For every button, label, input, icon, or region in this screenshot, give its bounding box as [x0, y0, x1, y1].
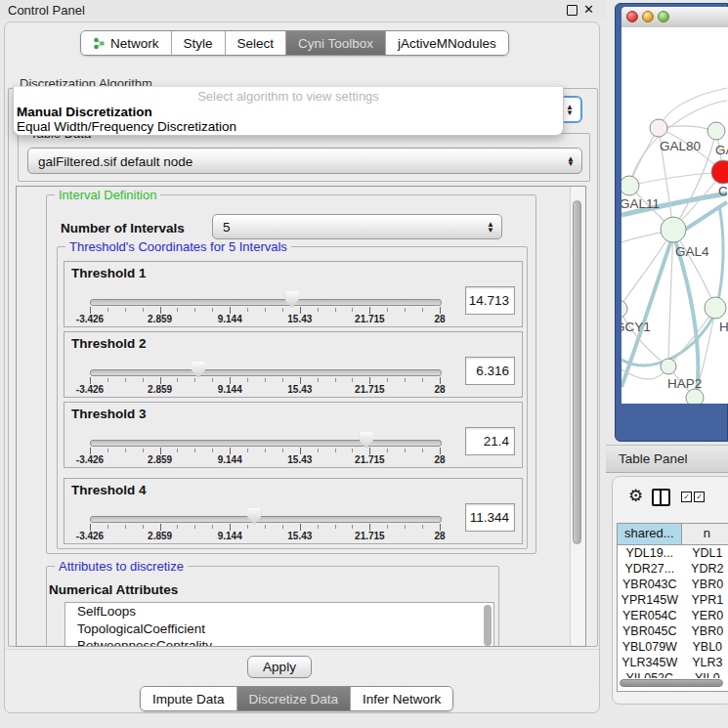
slider-tick-label: -3.426 — [76, 454, 104, 465]
gear-icon[interactable]: ⚙ — [628, 488, 643, 504]
cell-name[interactable]: YLR3 — [682, 655, 728, 670]
slider-major-tick — [440, 377, 441, 384]
split-columns-icon[interactable] — [652, 489, 670, 506]
attribute-list-item[interactable]: TopologicalCoefficient — [65, 621, 493, 638]
network-node[interactable] — [661, 359, 676, 374]
slider-major-tick — [160, 377, 161, 384]
slider-tick-label: 21.715 — [355, 384, 385, 395]
cell-shared-name[interactable]: YER054C — [618, 608, 682, 623]
table-row[interactable]: YER054C YER0 — [618, 608, 728, 623]
attribute-list-item[interactable]: BetweennessCentrality — [65, 637, 493, 647]
slider-major-tick — [369, 448, 370, 454]
table-horizontal-scrollbar-thumb[interactable] — [620, 679, 723, 687]
tab-cyni-toolbox[interactable]: Cyni Toolbox — [286, 31, 386, 55]
network-node[interactable] — [686, 389, 704, 404]
table-row[interactable]: YBR045C YBR0 — [618, 623, 728, 639]
screen: Control Panel ✕ Network Style Select Cyn… — [0, 0, 728, 728]
cell-name[interactable]: YBR0 — [682, 577, 728, 592]
threshold-value-field[interactable]: 14.713 — [465, 286, 515, 315]
node-table: shared... n YDL19... YDL1YDR27... YDR2YB… — [617, 523, 728, 692]
float-window-icon[interactable] — [567, 5, 578, 16]
network-canvas[interactable]: GAL80GACGAL11GAL4GCY1HHAP2 — [621, 27, 728, 404]
threshold-value-field[interactable]: 6.316 — [465, 357, 515, 385]
threshold-slider-track[interactable] — [90, 369, 442, 376]
table-row[interactable]: YIL052C YIL0 — [618, 670, 728, 678]
network-node-label: H — [719, 320, 728, 334]
threshold-panel: Threshold 3 -3.426 2.859 9.144 15.43 21.… — [64, 402, 523, 468]
apply-button[interactable]: Apply — [247, 656, 312, 678]
network-node[interactable] — [707, 122, 725, 140]
network-node[interactable] — [705, 297, 726, 319]
column-header-name[interactable]: n — [682, 524, 728, 544]
table-row[interactable]: YBR043C YBR0 — [618, 577, 728, 592]
cell-name[interactable]: YER0 — [682, 608, 728, 623]
cell-name[interactable]: YPR1 — [682, 592, 728, 608]
threshold-label: Threshold 2 — [71, 336, 147, 351]
table-data-group: Table Data galFiltered.sif default node … — [18, 133, 590, 182]
table-row[interactable]: YDR27... YDR2 — [618, 561, 728, 577]
cell-shared-name[interactable]: YDR27... — [618, 561, 682, 577]
tab-jactivemnodules[interactable]: jActiveMNodules — [386, 31, 508, 55]
slider-tick-label: 21.715 — [355, 531, 385, 541]
tab-network[interactable]: Network — [81, 31, 172, 55]
network-window-titlebar[interactable] — [621, 7, 728, 28]
threshold-slider-track[interactable] — [90, 516, 442, 523]
network-node[interactable] — [621, 300, 627, 318]
scrollpane-scrollbar-thumb[interactable] — [573, 200, 581, 544]
checkbox-icon[interactable]: ✓ — [681, 492, 692, 502]
cell-shared-name[interactable]: YBR043C — [618, 577, 682, 592]
close-icon[interactable]: ✕ — [583, 2, 594, 17]
cell-shared-name[interactable]: YBR045C — [618, 623, 682, 639]
cell-name[interactable]: YDL1 — [682, 545, 728, 561]
close-traffic-light-icon[interactable] — [626, 11, 638, 22]
cell-shared-name[interactable]: YBL079W — [618, 639, 682, 655]
settings-scrollpane: Interval Definition Number of Intervals … — [16, 186, 586, 647]
threshold-panel: Threshold 1 -3.426 2.859 9.144 15.43 21.… — [64, 261, 523, 327]
dropdown-option-equal-width[interactable]: Equal Width/Frequency Discretization — [17, 119, 236, 134]
slider-tick-label: 28 — [434, 384, 445, 395]
threshold-slider-track[interactable] — [90, 440, 442, 447]
column-header-shared-name[interactable]: shared... — [618, 524, 682, 544]
number-of-intervals-combobox[interactable]: 5 ▲▼ — [212, 214, 502, 239]
tab-impute-data[interactable]: Impute Data — [141, 687, 237, 710]
table-data-combobox[interactable]: galFiltered.sif default node ▲▼ — [27, 148, 582, 174]
numerical-attributes-label: Numerical Attributes — [49, 582, 178, 597]
combo-arrows-icon: ▲▼ — [566, 105, 574, 115]
network-node[interactable] — [661, 217, 686, 242]
scrollpane-scrollbar-track[interactable] — [570, 187, 585, 646]
tab-select[interactable]: Select — [226, 31, 287, 55]
zoom-traffic-light-icon[interactable] — [658, 11, 669, 22]
tab-infer-network[interactable]: Infer Network — [351, 687, 452, 710]
attributes-list-scrollbar[interactable] — [484, 605, 492, 646]
slider-major-tick — [440, 307, 441, 314]
cell-name[interactable]: YIL0 — [682, 670, 728, 678]
attribute-list-item[interactable]: SelfLoops — [65, 603, 493, 621]
network-node[interactable] — [650, 119, 667, 137]
table-row[interactable]: YBL079W YBL0 — [618, 639, 728, 655]
table-panel-title: Table Panel — [619, 451, 688, 466]
minimize-traffic-light-icon[interactable] — [642, 11, 654, 22]
tab-style[interactable]: Style — [172, 31, 226, 55]
cell-shared-name[interactable]: YPR145W — [618, 592, 682, 608]
table-row[interactable]: YLR345W YLR3 — [618, 655, 728, 670]
table-row[interactable]: YDL19... YDL1 — [618, 545, 728, 561]
cell-shared-name[interactable]: YDL19... — [618, 545, 682, 561]
control-panel-title: Control Panel — [8, 3, 85, 18]
cell-shared-name[interactable]: YLR345W — [618, 655, 682, 670]
interval-definition-group: Interval Definition Number of Intervals … — [46, 194, 536, 554]
numerical-attributes-list[interactable]: SelfLoopsTopologicalCoefficientBetweenne… — [64, 602, 494, 647]
threshold-slider-track[interactable] — [90, 299, 442, 306]
threshold-value-field[interactable]: 11.344 — [465, 503, 515, 532]
network-node[interactable] — [621, 176, 639, 195]
cell-name[interactable]: YBR0 — [682, 623, 728, 639]
slider-major-tick — [230, 377, 231, 384]
tab-discretize-data[interactable]: Discretize Data — [237, 687, 352, 710]
threshold-value-field[interactable]: 21.4 — [465, 427, 515, 455]
dropdown-option-manual[interactable]: Manual Discretization — [17, 105, 152, 119]
cell-shared-name[interactable]: YIL052C — [618, 670, 682, 678]
checkbox-icon[interactable]: ✓ — [694, 492, 705, 502]
combo-arrows-icon: ▲▼ — [487, 222, 494, 233]
cell-name[interactable]: YBL0 — [682, 639, 728, 655]
table-row[interactable]: YPR145W YPR1 — [618, 592, 728, 608]
cell-name[interactable]: YDR2 — [682, 561, 728, 577]
